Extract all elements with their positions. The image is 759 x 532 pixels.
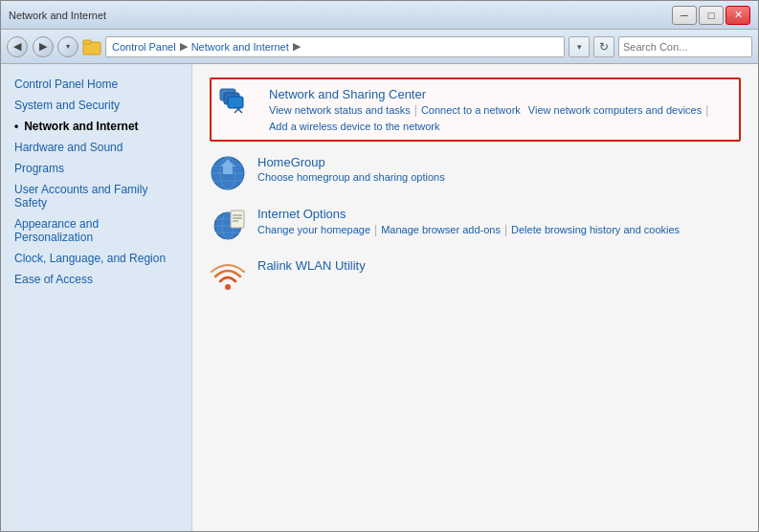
sidebar-item-control-panel-home[interactable]: Control Panel Home bbox=[1, 74, 191, 95]
title-bar: Network and Internet ─ □ ✕ bbox=[1, 1, 758, 30]
address-bar: ◀ ▶ ▾ Control Panel ▶ Network and Intern… bbox=[1, 30, 758, 64]
back-button[interactable]: ◀ bbox=[7, 36, 28, 57]
link-separator-4: | bbox=[504, 223, 507, 236]
add-wireless-device-link[interactable]: Add a wireless device to the network bbox=[269, 121, 440, 132]
internet-options-icon bbox=[210, 207, 246, 243]
network-sharing-center-icon bbox=[219, 88, 257, 124]
homegroup-icon bbox=[210, 155, 246, 191]
homegroup-item: HomeGroup Choose homegroup and sharing o… bbox=[210, 155, 741, 191]
window-title: Network and Internet bbox=[9, 10, 672, 21]
ralink-wlan-item: Ralink WLAN Utility bbox=[210, 258, 741, 295]
internet-options-content: Internet Options Change your homepage | … bbox=[257, 207, 741, 236]
sidebar-item-ease-access[interactable]: Ease of Access bbox=[1, 269, 191, 290]
minimize-button[interactable]: ─ bbox=[672, 6, 697, 25]
network-sharing-icon bbox=[219, 87, 257, 125]
maximize-button[interactable]: □ bbox=[699, 6, 724, 25]
homegroup-content: HomeGroup Choose homegroup and sharing o… bbox=[257, 155, 741, 183]
sidebar-label-user-accounts: User Accounts and Family Safety bbox=[14, 183, 178, 210]
network-sharing-links: View network status and tasks | Connect … bbox=[269, 103, 731, 132]
link-separator-3: | bbox=[374, 223, 377, 236]
network-sharing-content: Network and Sharing Center View network … bbox=[269, 87, 731, 132]
recent-button[interactable]: ▾ bbox=[57, 36, 78, 57]
sidebar-label-control-panel-home: Control Panel Home bbox=[14, 78, 118, 91]
sidebar-label-network-internet: Network and Internet bbox=[24, 120, 138, 133]
forward-button[interactable]: ▶ bbox=[33, 36, 54, 57]
choose-homegroup-link[interactable]: Choose homegroup and sharing options bbox=[257, 171, 445, 183]
homegroup-title[interactable]: HomeGroup bbox=[257, 155, 741, 169]
svg-rect-18 bbox=[231, 211, 244, 228]
sidebar-item-appearance[interactable]: Appearance and Personalization bbox=[1, 213, 191, 248]
delete-browsing-history-link[interactable]: Delete browsing history and cookies bbox=[511, 224, 680, 235]
sidebar-item-user-accounts[interactable]: User Accounts and Family Safety bbox=[1, 179, 191, 213]
sidebar-item-system-security[interactable]: System and Security bbox=[1, 95, 191, 116]
ralink-wlan-content: Ralink WLAN Utility bbox=[257, 258, 741, 275]
homegroup-svg-icon bbox=[210, 155, 246, 191]
link-separator-1: | bbox=[414, 103, 417, 117]
sidebar-item-clock-language[interactable]: Clock, Language, and Region bbox=[1, 248, 191, 269]
sidebar-label-ease-access: Ease of Access bbox=[14, 273, 93, 286]
internet-options-item: Internet Options Change your homepage | … bbox=[210, 207, 741, 243]
breadcrumb-separator-2: ▶ bbox=[293, 40, 301, 53]
breadcrumb-network-internet[interactable]: Network and Internet bbox=[191, 41, 289, 53]
svg-rect-1 bbox=[83, 40, 91, 44]
internet-options-title[interactable]: Internet Options bbox=[257, 207, 741, 221]
sidebar-label-system-security: System and Security bbox=[14, 99, 120, 112]
view-network-status-link[interactable]: View network status and tasks bbox=[269, 104, 411, 116]
ralink-wlan-icon bbox=[210, 258, 246, 295]
link-separator-2: | bbox=[705, 103, 708, 117]
view-computers-link[interactable]: View network computers and devices bbox=[528, 104, 702, 116]
sidebar-item-network-internet[interactable]: Network and Internet bbox=[1, 116, 191, 137]
breadcrumb-separator-1: ▶ bbox=[180, 40, 188, 53]
manage-browser-addons-link[interactable]: Manage browser add-ons bbox=[381, 224, 501, 235]
breadcrumb-control-panel[interactable]: Control Panel bbox=[112, 41, 176, 53]
network-sharing-title[interactable]: Network and Sharing Center bbox=[269, 87, 731, 101]
close-button[interactable]: ✕ bbox=[726, 6, 750, 25]
breadcrumb-bar: Control Panel ▶ Network and Internet ▶ bbox=[105, 36, 565, 57]
folder-icon bbox=[82, 37, 101, 56]
window: Network and Internet ─ □ ✕ ◀ ▶ ▾ Control… bbox=[0, 0, 759, 532]
connect-to-network-link[interactable]: Connect to a network bbox=[421, 104, 521, 116]
sidebar-item-programs[interactable]: Programs bbox=[1, 158, 191, 179]
svg-point-22 bbox=[225, 284, 231, 290]
sidebar-label-hardware-sound: Hardware and Sound bbox=[14, 141, 123, 154]
network-sharing-center-item: Network and Sharing Center View network … bbox=[210, 78, 741, 142]
sidebar-item-hardware-sound[interactable]: Hardware and Sound bbox=[1, 137, 191, 158]
ralink-wlan-svg-icon bbox=[210, 258, 246, 295]
ralink-wlan-title[interactable]: Ralink WLAN Utility bbox=[257, 258, 741, 273]
internet-options-svg-icon bbox=[210, 207, 246, 243]
change-homepage-link[interactable]: Change your homepage bbox=[257, 224, 370, 235]
main-area: Control Panel Home System and Security N… bbox=[1, 64, 758, 531]
homegroup-links: Choose homegroup and sharing options bbox=[257, 171, 741, 183]
svg-rect-4 bbox=[228, 97, 243, 108]
content-area: Network and Sharing Center View network … bbox=[192, 64, 758, 531]
internet-options-links: Change your homepage | Manage browser ad… bbox=[257, 223, 741, 236]
sidebar-label-clock-language: Clock, Language, and Region bbox=[14, 252, 166, 265]
sidebar-label-appearance: Appearance and Personalization bbox=[14, 217, 178, 244]
sidebar-label-programs: Programs bbox=[14, 162, 64, 175]
search-input[interactable] bbox=[623, 41, 755, 53]
window-controls: ─ □ ✕ bbox=[672, 6, 750, 25]
search-box: 🔍 bbox=[618, 36, 752, 57]
address-dropdown-button[interactable]: ▾ bbox=[569, 36, 590, 57]
refresh-button[interactable]: ↻ bbox=[593, 36, 614, 57]
sidebar: Control Panel Home System and Security N… bbox=[1, 64, 192, 531]
